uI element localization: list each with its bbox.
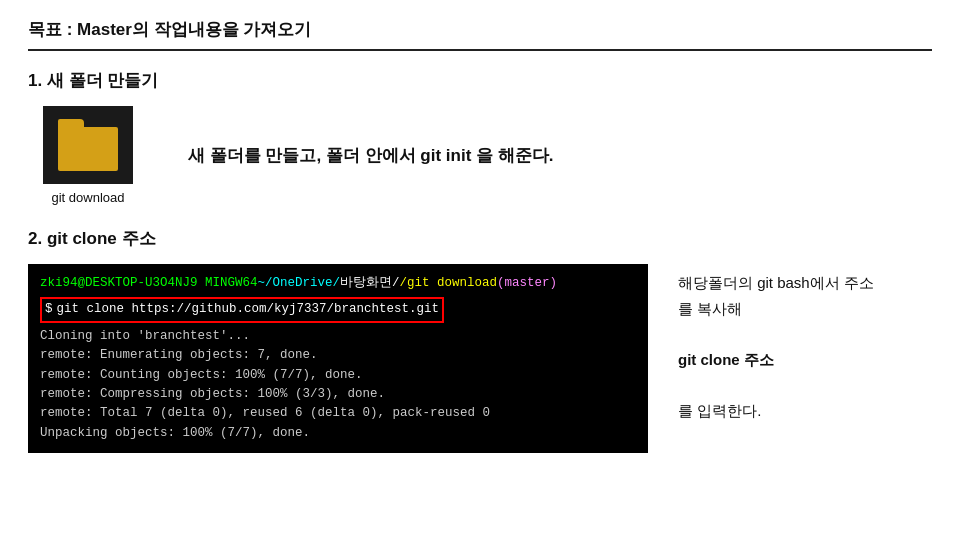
terminal-output-line-1: Cloning into 'branchtest'...: [40, 327, 636, 346]
section1-heading: 1. 새 폴더 만들기: [28, 69, 932, 92]
terminal-prompt-line: zki94@DESKTOP-U3O4NJ9 MINGW64 ~/OneDrive…: [40, 274, 636, 293]
terminal-cmd-line: $ git clone https://github.com/kyj7337/b…: [40, 295, 636, 324]
terminal-dollar: $: [45, 300, 53, 319]
terminal-path2: 바탕화면/: [340, 274, 400, 293]
section2-heading: 2. git clone 주소: [28, 227, 932, 250]
terminal-output-line-5: remote: Total 7 (delta 0), reused 6 (del…: [40, 404, 636, 423]
terminal-user: zki94@DESKTOP-U3O4NJ9 MINGW64: [40, 274, 258, 293]
side-text-copy2: 를 복사해: [678, 300, 742, 317]
section1-description: 새 폴더를 만들고, 폴더 안에서 git init 을 해준다.: [188, 144, 554, 167]
section-1: 1. 새 폴더 만들기 git download 새 폴더를 만들고, 폴더 안…: [28, 69, 932, 205]
terminal-cmd-box: $ git clone https://github.com/kyj7337/b…: [40, 297, 444, 322]
terminal-output-line-2: remote: Enumerating objects: 7, done.: [40, 346, 636, 365]
page-container: 목표 : Master의 작업내용을 가져오기 1. 새 폴더 만들기 git …: [0, 0, 960, 493]
terminal-command: git clone https://github.com/kyj7337/bra…: [57, 300, 440, 319]
folder-shape: [58, 119, 118, 171]
side-text-1: 해당폴더의 git bash에서 주소 를 복사해: [678, 270, 932, 321]
section1-body: git download 새 폴더를 만들고, 폴더 안에서 git init …: [28, 106, 932, 205]
side-text-bold: git clone 주소: [678, 351, 774, 368]
folder-label: git download: [52, 190, 125, 205]
folder-icon-bg: [43, 106, 133, 184]
terminal-output-line-4: remote: Compressing objects: 100% (3/3),…: [40, 385, 636, 404]
section-2: 2. git clone 주소 zki94@DESKTOP-U3O4NJ9 MI…: [28, 227, 932, 453]
terminal-path3: /git download: [400, 274, 498, 293]
terminal: zki94@DESKTOP-U3O4NJ9 MINGW64 ~/OneDrive…: [28, 264, 648, 453]
side-text-enter: 를 입력한다.: [678, 398, 932, 424]
terminal-output-line-6: Unpacking objects: 100% (7/7), done.: [40, 424, 636, 443]
side-description: 해당폴더의 git bash에서 주소 를 복사해 git clone 주소 를…: [678, 264, 932, 423]
folder-body: [58, 127, 118, 171]
terminal-path: ~/OneDrive/: [258, 274, 341, 293]
section2-body: zki94@DESKTOP-U3O4NJ9 MINGW64 ~/OneDrive…: [28, 264, 932, 453]
side-text-copy: 해당폴더의 git bash에서 주소: [678, 274, 874, 291]
terminal-branch: (master): [497, 274, 557, 293]
terminal-wrap: zki94@DESKTOP-U3O4NJ9 MINGW64 ~/OneDrive…: [28, 264, 648, 453]
title-bar: 목표 : Master의 작업내용을 가져오기: [28, 18, 932, 51]
page-title: 목표 : Master의 작업내용을 가져오기: [28, 18, 932, 41]
side-text-bold-wrap: git clone 주소: [678, 347, 932, 373]
folder-icon-container: git download: [28, 106, 148, 205]
terminal-output-line-3: remote: Counting objects: 100% (7/7), do…: [40, 366, 636, 385]
